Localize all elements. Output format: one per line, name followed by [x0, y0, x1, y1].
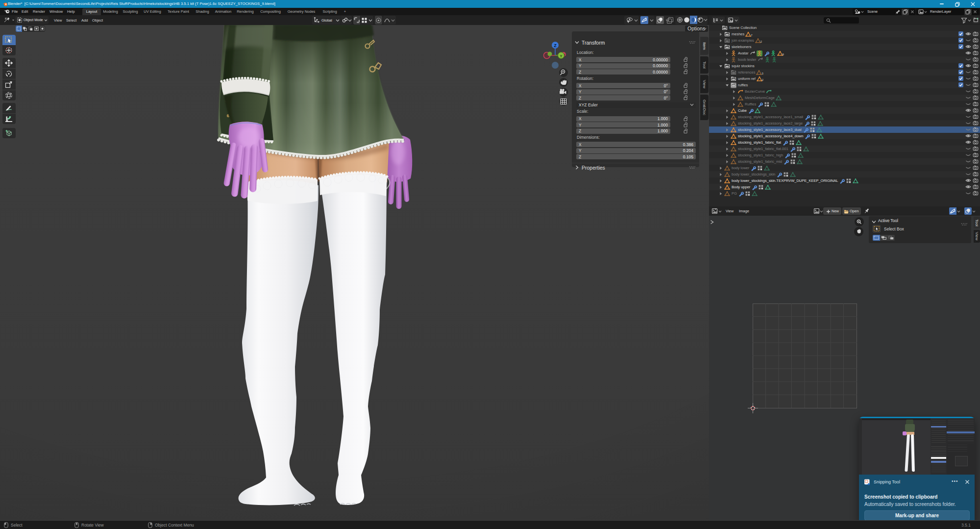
svg-text:Y: Y — [560, 54, 562, 58]
svg-text:Z: Z — [554, 43, 556, 48]
